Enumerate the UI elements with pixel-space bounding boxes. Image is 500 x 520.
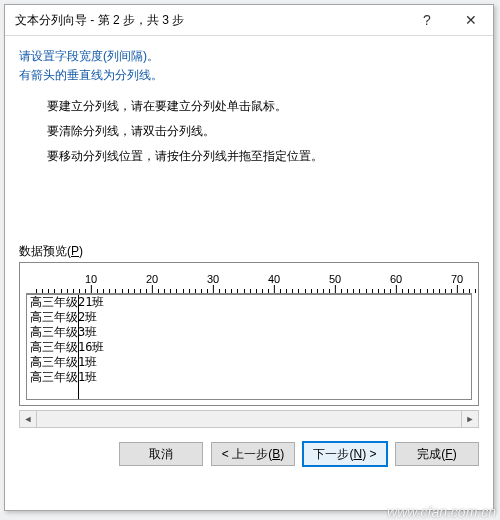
- data-area[interactable]: 高三年级21班 高三年级2班 高三年级3班 高三年级16班 高三年级1班 高三年…: [26, 294, 472, 400]
- column-break-line[interactable]: [78, 295, 79, 399]
- ruler-tick-minor: [189, 289, 190, 293]
- dialog-title: 文本分列向导 - 第 2 步，共 3 步: [15, 12, 184, 29]
- ruler-tick-minor: [158, 289, 159, 293]
- instruction-remove: 要清除分列线，请双击分列线。: [47, 123, 479, 140]
- ruler-tick-minor: [128, 289, 129, 293]
- ruler-tick-minor: [201, 289, 202, 293]
- ruler-tick-minor: [475, 289, 476, 293]
- ruler-tick-minor: [103, 289, 104, 293]
- ruler-tick-major: 70: [451, 274, 463, 293]
- data-preview-section: 数据预览(P) 10203040506070 高三年级21班 高三年级2班 高三…: [5, 243, 493, 406]
- ruler-tick-major: 30: [207, 274, 219, 293]
- ruler-tick-minor: [463, 289, 464, 293]
- data-preview-label: 数据预览(P): [19, 243, 479, 260]
- data-rows: 高三年级21班 高三年级2班 高三年级3班 高三年级16班 高三年级1班 高三年…: [30, 295, 104, 385]
- ruler-tick-minor: [414, 289, 415, 293]
- ruler-tick-minor: [439, 289, 440, 293]
- ruler-tick-minor: [280, 289, 281, 293]
- data-preview-box[interactable]: 10203040506070 高三年级21班 高三年级2班 高三年级3班 高三年…: [19, 262, 479, 406]
- ruler-tick-minor: [341, 289, 342, 293]
- scroll-right-arrow-icon[interactable]: ►: [461, 411, 478, 427]
- ruler-tick-minor: [323, 289, 324, 293]
- help-button[interactable]: ?: [405, 5, 449, 35]
- instruction-move: 要移动分列线位置，请按住分列线并拖至指定位置。: [47, 148, 479, 165]
- preview-horizontal-scrollbar[interactable]: ◄ ►: [19, 410, 479, 428]
- ruler-tick-major: 40: [268, 274, 280, 293]
- ruler-tick-minor: [250, 289, 251, 293]
- ruler-tick-minor: [54, 289, 55, 293]
- titlebar: 文本分列向导 - 第 2 步，共 3 步 ? ✕: [5, 5, 493, 36]
- ruler-tick-minor: [262, 289, 263, 293]
- ruler-tick-minor: [134, 289, 135, 293]
- ruler-tick-minor: [366, 289, 367, 293]
- ruler-tick-minor: [195, 289, 196, 293]
- instruction-create: 要建立分列线，请在要建立分列处单击鼠标。: [47, 98, 479, 115]
- next-button[interactable]: 下一步(N) >: [303, 442, 387, 466]
- ruler-tick-minor: [298, 289, 299, 293]
- ruler-tick-minor: [109, 289, 110, 293]
- ruler-tick-minor: [408, 289, 409, 293]
- ruler-tick-minor: [97, 289, 98, 293]
- ruler[interactable]: 10203040506070: [26, 269, 472, 294]
- ruler-tick-minor: [170, 289, 171, 293]
- button-row: 取消 < 上一步(B) 下一步(N) > 完成(F): [5, 428, 493, 480]
- window-buttons: ? ✕: [405, 5, 493, 35]
- ruler-tick-minor: [48, 289, 49, 293]
- ruler-tick-minor: [244, 289, 245, 293]
- ruler-tick-minor: [347, 289, 348, 293]
- ruler-tick-minor: [219, 289, 220, 293]
- ruler-tick-minor: [231, 289, 232, 293]
- ruler-tick-minor: [469, 289, 470, 293]
- ruler-tick-minor: [79, 289, 80, 293]
- ruler-tick-minor: [225, 289, 226, 293]
- ruler-tick-minor: [286, 289, 287, 293]
- ruler-tick-minor: [445, 289, 446, 293]
- ruler-tick-minor: [353, 289, 354, 293]
- ruler-tick-major: 20: [146, 274, 158, 293]
- ruler-tick-minor: [402, 289, 403, 293]
- ruler-tick-minor: [237, 289, 238, 293]
- ruler-tick-minor: [73, 289, 74, 293]
- ruler-tick-minor: [256, 289, 257, 293]
- ruler-tick-minor: [122, 289, 123, 293]
- scrollbar-track[interactable]: [37, 411, 461, 427]
- ruler-tick-minor: [140, 289, 141, 293]
- ruler-tick-minor: [427, 289, 428, 293]
- ruler-tick-major: 10: [85, 274, 97, 293]
- ruler-tick-minor: [372, 289, 373, 293]
- ruler-tick-minor: [176, 289, 177, 293]
- ruler-tick-minor: [433, 289, 434, 293]
- ruler-tick-minor: [317, 289, 318, 293]
- ruler-tick-minor: [378, 289, 379, 293]
- close-button[interactable]: ✕: [449, 5, 493, 35]
- ruler-tick-minor: [61, 289, 62, 293]
- text-to-columns-wizard-dialog: 文本分列向导 - 第 2 步，共 3 步 ? ✕ 请设置字段宽度(列间隔)。 有…: [4, 4, 494, 511]
- ruler-tick-minor: [359, 289, 360, 293]
- ruler-tick-major: 60: [390, 274, 402, 293]
- scroll-left-arrow-icon[interactable]: ◄: [20, 411, 37, 427]
- ruler-tick-minor: [36, 289, 37, 293]
- intro-line-2: 有箭头的垂直线为分列线。: [19, 67, 479, 84]
- ruler-tick-minor: [420, 289, 421, 293]
- ruler-tick-minor: [164, 289, 165, 293]
- ruler-tick-major: 50: [329, 274, 341, 293]
- ruler-tick-minor: [42, 289, 43, 293]
- ruler-tick-minor: [115, 289, 116, 293]
- dialog-body: 请设置字段宽度(列间隔)。 有箭头的垂直线为分列线。 要建立分列线，请在要建立分…: [5, 36, 493, 173]
- ruler-tick-minor: [292, 289, 293, 293]
- ruler-tick-minor: [384, 289, 385, 293]
- ruler-tick-minor: [311, 289, 312, 293]
- finish-button[interactable]: 完成(F): [395, 442, 479, 466]
- ruler-tick-minor: [183, 289, 184, 293]
- intro-line-1: 请设置字段宽度(列间隔)。: [19, 48, 479, 65]
- ruler-tick-minor: [305, 289, 306, 293]
- ruler-tick-minor: [67, 289, 68, 293]
- cancel-button[interactable]: 取消: [119, 442, 203, 466]
- instruction-block: 要建立分列线，请在要建立分列处单击鼠标。 要清除分列线，请双击分列线。 要移动分…: [47, 98, 479, 165]
- column-break-arrow-icon: [74, 294, 82, 295]
- back-button[interactable]: < 上一步(B): [211, 442, 295, 466]
